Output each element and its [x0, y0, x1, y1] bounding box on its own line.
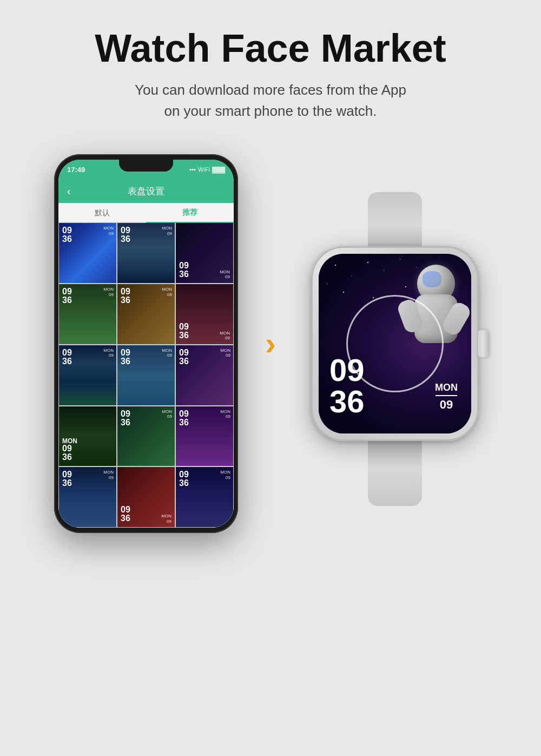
signal-icon: ▪▪▪	[189, 166, 196, 173]
tab-recommended[interactable]: 推荐	[146, 202, 234, 223]
watch-case: 09 36 MON 09	[311, 246, 479, 441]
arrow-icon: ›	[265, 327, 276, 360]
wifi-icon: WiFi	[198, 166, 210, 173]
watch-face-item[interactable]: MON 09 36	[58, 406, 117, 467]
watch-face-item[interactable]: 09 36 MON09	[117, 222, 175, 284]
tabs-bar: 默认 推荐	[58, 203, 234, 222]
page-container: Watch Face Market You can download more …	[0, 0, 541, 756]
watch-face-item[interactable]: 09 36 MON09	[117, 345, 175, 406]
watch-face-item[interactable]: 09 36 MON09	[117, 284, 175, 345]
power-button	[237, 252, 238, 281]
nav-bar: ‹ 表盘设置	[58, 179, 234, 203]
watch-screen: 09 36 MON 09	[319, 254, 471, 433]
nav-title: 表盘设置	[128, 185, 164, 198]
volume-down-button	[54, 298, 55, 327]
watch-face-item[interactable]: 09 36 MON09	[175, 284, 234, 345]
watch-face-item[interactable]: 09 36 MON09	[58, 284, 117, 345]
watch-time-display: 09 36	[329, 354, 365, 417]
watch-face-grid: 09 36 MON09 09 36	[58, 222, 234, 528]
volume-up-button	[54, 260, 55, 290]
phone-body: 17:49 ▪▪▪ WiFi ▓▓▓ ‹ 表盘设置 默认	[54, 154, 238, 533]
tab-default[interactable]: 默认	[58, 203, 146, 222]
back-button[interactable]: ‹	[67, 185, 71, 198]
watch-outer: 09 36 MON 09	[311, 246, 479, 441]
watch-face-item[interactable]: 09 36 MON09	[58, 345, 117, 406]
phone-mockup: 17:49 ▪▪▪ WiFi ▓▓▓ ‹ 表盘设置 默认	[54, 154, 238, 533]
battery-icon: ▓▓▓	[212, 166, 225, 173]
watch-minute: 36	[329, 386, 365, 417]
watch-face-item[interactable]: 09 36 MON09	[175, 466, 234, 528]
status-time: 17:49	[67, 166, 85, 174]
phone-notch	[119, 160, 173, 172]
watch-band-bottom	[368, 430, 422, 506]
page-subtitle: You can download more faces from the App…	[135, 80, 406, 122]
status-icons: ▪▪▪ WiFi ▓▓▓	[189, 166, 225, 173]
watch-face-item[interactable]: 09 36 MON09	[175, 406, 234, 467]
watch-face-item[interactable]: 09 36 MON09	[175, 222, 234, 284]
smartwatch-mockup: 09 36 MON 09	[303, 154, 487, 533]
content-row: 17:49 ▪▪▪ WiFi ▓▓▓ ‹ 表盘设置 默认	[0, 154, 541, 533]
watch-face-item[interactable]: 09 36 MON09	[117, 466, 175, 528]
watch-crown	[478, 330, 489, 357]
watch-face-item[interactable]: 09 36 MON09	[117, 406, 175, 467]
watch-hour: 09	[329, 354, 365, 386]
phone-screen: 17:49 ▪▪▪ WiFi ▓▓▓ ‹ 表盘设置 默认	[58, 160, 234, 528]
watch-date-display: MON 09	[435, 382, 458, 412]
page-title: Watch Face Market	[95, 27, 446, 70]
date-divider	[436, 395, 457, 396]
watch-month: 09	[435, 398, 458, 412]
watch-day: MON	[435, 382, 458, 394]
watch-face-item[interactable]: 09 36 MON09	[175, 345, 234, 406]
watch-face-item[interactable]: 09 36 MON09	[58, 466, 117, 528]
watch-face-item[interactable]: 09 36 MON09	[58, 222, 117, 284]
transfer-arrow: ›	[254, 327, 287, 360]
mute-button	[54, 230, 55, 249]
